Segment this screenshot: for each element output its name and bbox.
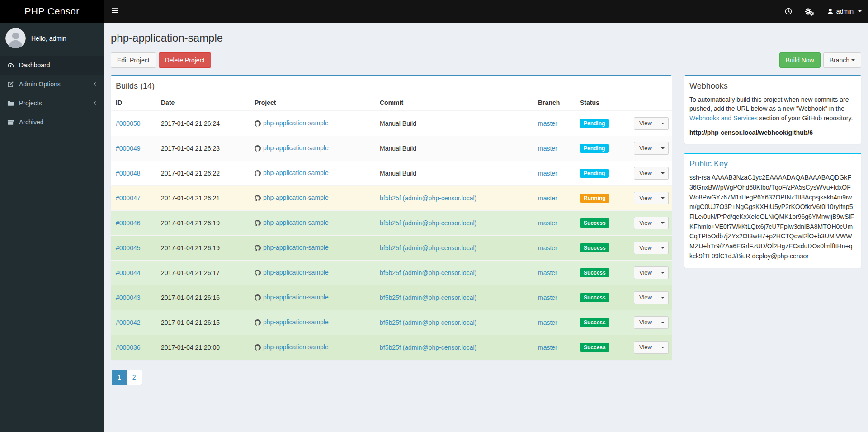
build-row: #000047 2017-01-04 21:26:21 php-applicat… <box>111 186 672 211</box>
build-project-link[interactable]: php-application-sample <box>263 219 329 226</box>
build-project-link[interactable]: php-application-sample <box>263 144 329 152</box>
build-commit[interactable]: bf5b25f (admin@php-censor.local) <box>380 344 476 351</box>
build-branch-link[interactable]: master <box>538 120 557 127</box>
build-branch-link[interactable]: master <box>538 195 557 202</box>
build-branch-link[interactable]: master <box>538 170 557 177</box>
sidebar-toggle-button[interactable] <box>104 0 126 23</box>
build-commit[interactable]: Manual Build <box>380 120 416 127</box>
build-id-link[interactable]: #000046 <box>116 219 141 227</box>
build-project-link[interactable]: php-application-sample <box>263 194 329 201</box>
view-dropdown-toggle[interactable] <box>657 217 669 229</box>
view-dropdown-toggle[interactable] <box>657 316 669 329</box>
build-branch-cell: master <box>534 285 576 310</box>
build-id-link[interactable]: #000043 <box>116 294 141 301</box>
build-now-button[interactable]: Build Now <box>779 52 821 68</box>
view-build-button[interactable]: View <box>634 217 657 229</box>
build-id-link[interactable]: #000050 <box>116 120 141 127</box>
pagination-page-2[interactable]: 2 <box>127 370 142 385</box>
sidebar-item-dashboard[interactable]: Dashboard <box>0 56 104 75</box>
build-id-link[interactable]: #000036 <box>116 344 141 351</box>
build-branch-link[interactable]: master <box>538 294 557 301</box>
build-commit-cell: bf5b25f (admin@php-censor.local) <box>376 186 534 211</box>
edit-project-button[interactable]: Edit Project <box>111 52 156 68</box>
view-dropdown-toggle[interactable] <box>657 117 669 130</box>
build-history-menu[interactable] <box>778 0 798 23</box>
build-project-link[interactable]: php-application-sample <box>263 169 329 176</box>
view-dropdown-toggle[interactable] <box>657 291 669 304</box>
view-dropdown-toggle[interactable] <box>657 167 669 180</box>
build-commit[interactable]: Manual Build <box>380 145 416 152</box>
view-build-button[interactable]: View <box>634 167 657 180</box>
view-dropdown-toggle[interactable] <box>657 341 669 354</box>
webhooks-services-link[interactable]: Webhooks and Services <box>689 114 758 122</box>
github-icon <box>255 145 261 153</box>
view-dropdown-toggle[interactable] <box>657 266 669 279</box>
build-date: 2017-01-04 21:26:19 <box>157 236 251 261</box>
build-id-cell: #000042 <box>111 310 157 335</box>
build-branch-link[interactable]: master <box>538 244 557 252</box>
brand-logo[interactable]: PHP Censor <box>0 0 104 23</box>
build-id-link[interactable]: #000042 <box>116 319 141 326</box>
settings-menu[interactable] <box>798 0 821 23</box>
view-dropdown-toggle[interactable] <box>657 142 669 155</box>
build-commit[interactable]: Manual Build <box>380 170 416 177</box>
build-commit[interactable]: bf5b25f (admin@php-censor.local) <box>380 269 476 276</box>
view-dropdown-toggle[interactable] <box>657 192 669 204</box>
branch-dropdown-button[interactable]: Branch <box>823 52 861 68</box>
build-date: 2017-01-04 21:26:23 <box>157 136 251 161</box>
view-button-group: View <box>634 291 669 304</box>
build-project-link[interactable]: php-application-sample <box>263 269 329 276</box>
view-build-button[interactable]: View <box>634 341 657 354</box>
view-build-button[interactable]: View <box>634 117 657 130</box>
build-row: #000045 2017-01-04 21:26:19 php-applicat… <box>111 236 672 261</box>
sidebar-menu: Dashboard Admin Options Projects <box>0 56 104 132</box>
build-commit[interactable]: bf5b25f (admin@php-censor.local) <box>380 244 476 252</box>
build-id-link[interactable]: #000047 <box>116 195 141 202</box>
build-commit[interactable]: bf5b25f (admin@php-censor.local) <box>380 195 476 202</box>
build-commit-cell: bf5b25f (admin@php-censor.local) <box>376 335 534 360</box>
build-branch-link[interactable]: master <box>538 145 557 152</box>
build-branch-cell: master <box>534 236 576 261</box>
build-commit[interactable]: bf5b25f (admin@php-censor.local) <box>380 294 476 301</box>
sidebar-item-projects[interactable]: Projects <box>0 94 104 113</box>
build-branch-link[interactable]: master <box>538 269 557 276</box>
view-build-button[interactable]: View <box>634 266 657 279</box>
sidebar: Hello, admin Dashboard Admin Options <box>0 23 104 432</box>
build-commit[interactable]: bf5b25f (admin@php-censor.local) <box>380 219 476 227</box>
build-project-cell: php-application-sample <box>251 186 376 211</box>
build-project-link[interactable]: php-application-sample <box>263 244 329 251</box>
pagination-page-1[interactable]: 1 <box>112 370 127 385</box>
github-icon <box>255 270 261 277</box>
view-button-group: View <box>634 142 669 155</box>
build-id-link[interactable]: #000045 <box>116 244 141 252</box>
view-button-group: View <box>634 341 669 354</box>
chevron-down-icon <box>661 197 665 199</box>
view-build-button[interactable]: View <box>634 291 657 304</box>
build-project-cell: php-application-sample <box>251 310 376 335</box>
view-build-button[interactable]: View <box>634 316 657 329</box>
build-branch-link[interactable]: master <box>538 219 557 227</box>
build-status-badge: Pending <box>580 169 609 178</box>
build-id-link[interactable]: #000049 <box>116 145 141 152</box>
delete-project-button[interactable]: Delete Project <box>159 52 211 68</box>
build-project-link[interactable]: php-application-sample <box>263 119 329 127</box>
build-branch-link[interactable]: master <box>538 319 557 326</box>
build-project-link[interactable]: php-application-sample <box>263 343 329 351</box>
build-project-link[interactable]: php-application-sample <box>263 294 329 301</box>
view-dropdown-toggle[interactable] <box>657 242 669 254</box>
sidebar-item-archived[interactable]: Archived <box>0 113 104 132</box>
build-project-link[interactable]: php-application-sample <box>263 318 329 326</box>
build-id-cell: #000045 <box>111 236 157 261</box>
view-build-button[interactable]: View <box>634 192 657 204</box>
build-commit[interactable]: bf5b25f (admin@php-censor.local) <box>380 319 476 326</box>
public-key-panel: Public Key ssh-rsa AAAAB3NzaC1yc2EAAAADA… <box>684 153 861 268</box>
view-build-button[interactable]: View <box>634 242 657 254</box>
build-branch-cell: master <box>534 161 576 186</box>
sidebar-item-admin-options[interactable]: Admin Options <box>0 75 104 94</box>
build-commit-cell: Manual Build <box>376 136 534 161</box>
build-id-link[interactable]: #000048 <box>116 170 141 177</box>
user-menu[interactable]: admin <box>821 0 868 23</box>
build-branch-link[interactable]: master <box>538 344 557 351</box>
view-build-button[interactable]: View <box>634 142 657 155</box>
build-id-link[interactable]: #000044 <box>116 269 141 276</box>
